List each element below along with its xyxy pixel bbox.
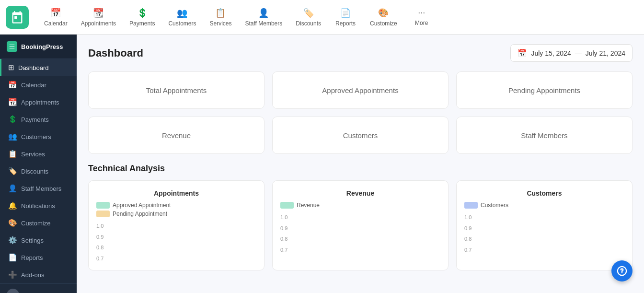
nav-staff[interactable]: 👤 Staff Members [239, 4, 288, 31]
sidebar-item-reports-label: Reports [21, 254, 43, 261]
discounts-icon: 🏷️ [303, 8, 314, 18]
stat-card-approved-appointments[interactable]: Approved Appointments [272, 71, 448, 109]
sidebar-item-appointments[interactable]: 📆 Appointments [0, 94, 77, 111]
stat-label-customers: Customers [343, 131, 378, 140]
stat-label-revenue: Revenue [162, 131, 191, 140]
stat-label-total-appointments: Total Appointments [146, 86, 207, 94]
customers-chart-title: Customers [464, 189, 624, 197]
customize-icon: 🎨 [378, 8, 389, 18]
stat-card-pending-appointments[interactable]: Pending Appointments [456, 71, 632, 109]
stat-card-staff-members[interactable]: Staff Members [456, 117, 632, 154]
approved-legend-color [96, 202, 110, 209]
stat-card-total-appointments[interactable]: Total Appointments [88, 71, 264, 109]
technical-analysis-title: Technical Analysis [88, 164, 632, 174]
page-title: Dashboard [88, 47, 143, 59]
sidebar-profile[interactable]: P Profile [0, 284, 77, 293]
sidebar-bottom: P Profile ◀ Collapse menu [0, 283, 77, 293]
sidebar-item-addons[interactable]: ➕ Add-ons [0, 266, 77, 283]
customers-chart-area: 1.0 0.9 0.8 0.7 [464, 214, 624, 253]
sidebar-item-calendar[interactable]: 📅 Calendar [0, 76, 77, 94]
nav-payments-label: Payments [129, 20, 155, 27]
appointments-icon: 📆 [93, 8, 104, 18]
sidebar-item-dashboard[interactable]: ⊞ Dashboard [0, 59, 77, 76]
services-side-icon: 📋 [8, 150, 17, 158]
sidebar-item-customers[interactable]: 👥 Customers [0, 128, 77, 145]
customers-chart-card: Customers Customers 1.0 0.9 0.8 0.7 [456, 180, 632, 270]
revenue-chart-card: Revenue Revenue 1.0 0.9 0.8 0.7 [272, 180, 448, 270]
calendar-picker-icon: 📅 [518, 48, 527, 58]
customers-chart-legend: Customers [464, 202, 624, 209]
addons-side-icon: ➕ [8, 270, 17, 279]
customize-side-icon: 🎨 [8, 219, 17, 227]
sidebar-brand[interactable]: BookingPress [0, 35, 77, 59]
sidebar-item-reports[interactable]: 📄 Reports [0, 249, 77, 266]
date-from: July 15, 2024 [531, 49, 571, 57]
stat-label-staff-members: Staff Members [521, 131, 567, 140]
stat-card-customers[interactable]: Customers [272, 117, 448, 154]
nav-calendar-label: Calendar [44, 20, 68, 27]
date-range-picker[interactable]: 📅 July 15, 2024 — July 21, 2024 [510, 44, 632, 62]
nav-customize[interactable]: 🎨 Customize [364, 4, 403, 31]
nav-services[interactable]: 📋 Services [204, 4, 237, 31]
revenue-chart-area: 1.0 0.9 0.8 0.7 [280, 214, 440, 253]
sidebar-item-settings-label: Settings [21, 237, 44, 244]
dashboard-header: Dashboard 📅 July 15, 2024 — July 21, 202… [88, 44, 632, 62]
avatar: P [7, 289, 19, 293]
nav-more-label: More [415, 20, 428, 26]
stats-grid: Total Appointments Approved Appointments… [88, 71, 632, 154]
sidebar-item-customize[interactable]: 🎨 Customize [0, 214, 77, 232]
revenue-y-labels: 1.0 0.9 0.8 0.7 [280, 214, 289, 253]
sidebar-item-customers-label: Customers [21, 133, 51, 141]
sidebar-item-payments[interactable]: 💲 Payments [0, 111, 77, 128]
sidebar-item-settings[interactable]: ⚙️ Settings [0, 232, 77, 249]
nav-discounts[interactable]: 🏷️ Discounts [290, 4, 327, 31]
sidebar-item-staff[interactable]: 👤 Staff Members [0, 180, 77, 197]
nav-customers[interactable]: 👥 Customers [162, 4, 202, 31]
calendar-icon: 📅 [50, 8, 61, 18]
appointments-side-icon: 📆 [8, 98, 17, 106]
nav-customize-label: Customize [370, 20, 397, 27]
sidebar-brand-name: BookingPress [21, 43, 63, 50]
sidebar-item-appointments-label: Appointments [21, 99, 59, 106]
sidebar-logo-icon [7, 41, 17, 52]
date-to: July 21, 2024 [586, 49, 625, 57]
payments-side-icon: 💲 [8, 115, 17, 124]
nav-reports[interactable]: 📄 Reports [329, 4, 362, 31]
date-separator: — [575, 49, 582, 57]
nav-calendar[interactable]: 📅 Calendar [38, 4, 73, 31]
sidebar-item-customize-label: Customize [21, 220, 50, 227]
nav-payments[interactable]: 💲 Payments [124, 4, 161, 31]
nav-reports-label: Reports [335, 20, 356, 27]
nav-more[interactable]: ··· More [405, 4, 438, 30]
reports-icon: 📄 [340, 8, 351, 18]
sidebar-item-payments-label: Payments [21, 116, 49, 123]
customers-y-labels: 1.0 0.9 0.8 0.7 [464, 214, 473, 253]
revenue-legend-color [280, 202, 294, 209]
sidebar-item-discounts[interactable]: 🏷️ Discounts [0, 163, 77, 180]
nav-appointments[interactable]: 📆 Appointments [75, 4, 122, 31]
revenue-chart-legend: Revenue [280, 202, 440, 209]
customers-icon: 👥 [177, 8, 187, 18]
appointments-chart-title: Appointments [96, 189, 256, 197]
pending-legend-color [96, 211, 110, 217]
settings-side-icon: ⚙️ [8, 236, 17, 245]
dashboard-icon: ⊞ [8, 63, 14, 72]
sidebar-item-notifications[interactable]: 🔔 Notifications [0, 197, 77, 214]
calendar-side-icon: 📅 [8, 81, 17, 89]
app-logo[interactable] [6, 6, 29, 29]
services-icon: 📋 [215, 8, 226, 18]
help-button[interactable] [611, 260, 632, 281]
customers-legend-label: Customers [481, 202, 508, 209]
appointments-chart-legend: Approved Appointment Pending Appointment [96, 202, 256, 217]
stat-card-revenue[interactable]: Revenue [88, 117, 264, 154]
discounts-side-icon: 🏷️ [8, 167, 17, 176]
profile-label: Profile [23, 292, 41, 293]
top-nav-items: 📅 Calendar 📆 Appointments 💲 Payments 👥 C… [38, 4, 438, 31]
nav-discounts-label: Discounts [296, 20, 321, 27]
appointments-chart-area: 1.0 0.9 0.8 0.7 [96, 223, 256, 261]
stat-label-approved-appointments: Approved Appointments [322, 86, 398, 94]
top-nav-bar: 📅 Calendar 📆 Appointments 💲 Payments 👥 C… [0, 0, 644, 35]
sidebar-item-services[interactable]: 📋 Services [0, 145, 77, 163]
legend-revenue: Revenue [280, 202, 440, 209]
staff-icon: 👤 [258, 8, 269, 18]
